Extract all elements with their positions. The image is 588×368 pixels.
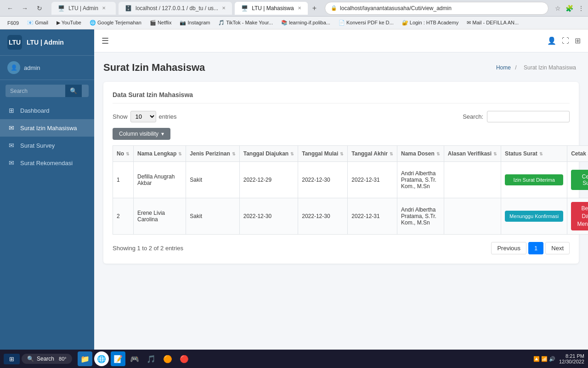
- tab3-label: LTU | Mahasiswa: [252, 5, 294, 12]
- taskbar-file-explorer[interactable]: 📁: [78, 351, 92, 366]
- forward-btn[interactable]: →: [18, 2, 31, 15]
- row1-cetak-btn[interactable]: Cetak Surat: [571, 170, 588, 190]
- bookmark-gmail[interactable]: 📧 Gmail: [23, 19, 52, 27]
- col-nama: Nama Lengkap⇅: [134, 146, 186, 162]
- tab2-close[interactable]: ✕: [222, 6, 226, 11]
- taskbar-app4[interactable]: 🎮: [127, 351, 142, 366]
- col-cetak: Cetak Surat⇅: [567, 146, 588, 162]
- url-bar[interactable]: 🔒 localhost/layanantatasusaha/Cuti/view_…: [325, 2, 548, 15]
- tab1-close[interactable]: ✕: [102, 6, 106, 11]
- taskbar-search[interactable]: 🔍 Search 80°: [22, 354, 72, 364]
- card-title: Data Surat Izin Mahasiswa: [113, 91, 570, 104]
- taskbar-app5[interactable]: 🎵: [144, 351, 158, 366]
- show-label: Show: [113, 113, 128, 120]
- bookmark-f609[interactable]: F609: [4, 19, 23, 27]
- bookmark-htb[interactable]: 🔐 Login : HTB Academy: [398, 19, 462, 27]
- browser-tab-3[interactable]: 🖥️ LTU | Mahasiswa ✕: [235, 2, 308, 15]
- pagination: Previous 1 Next: [491, 242, 570, 254]
- previous-btn[interactable]: Previous: [491, 242, 526, 254]
- taskbar-app7[interactable]: 🔴: [177, 351, 192, 366]
- search-control: Search:: [463, 111, 570, 122]
- show-entries: Show 10 25 50 100 entries: [113, 111, 177, 122]
- sidebar-item-surat-izin[interactable]: ✉ Surat Izin Mahasiswa: [0, 119, 94, 137]
- page-title: Surat Izin Mahasiswa: [103, 62, 205, 74]
- col-no: No⇅: [113, 146, 134, 162]
- data-table: No⇅ Nama Lengkap⇅ Jenis Perizinan⇅ Tangg…: [113, 145, 588, 235]
- search-button[interactable]: 🔍: [65, 85, 82, 97]
- back-btn[interactable]: ←: [4, 2, 17, 15]
- entries-select[interactable]: 10 25 50 100: [130, 111, 156, 122]
- date-display: 12/30/2022: [559, 359, 584, 364]
- sidebar-item-surat-rekomendasi[interactable]: ✉ Surat Rekomendasi: [0, 154, 94, 172]
- bookmark-pdf[interactable]: 📄 Konversi PDF ke D...: [335, 19, 397, 27]
- bookmarks-bar: F609 📧 Gmail ▶ YouTube 🌐 Google Terjemah…: [0, 17, 588, 29]
- taskbar-search-icon: 🔍: [27, 356, 34, 362]
- bookmark-learning[interactable]: 📚 learning-if.poliba...: [277, 19, 334, 27]
- browser-nav[interactable]: ← → ↻: [4, 2, 46, 15]
- row2-status-badge: Menunggu Konfirmasi: [505, 211, 563, 222]
- new-tab-btn[interactable]: +: [311, 4, 318, 12]
- row1-tanggal-mulai: 2022-12-30: [298, 162, 348, 198]
- col-status: Status Surat⇅: [501, 146, 567, 162]
- tab1-label: LTU | Admin: [68, 5, 98, 12]
- row2-tanggal-akhir: 2022-12-31: [348, 198, 397, 235]
- browser-tab-1[interactable]: 🖥️ LTU | Admin ✕: [51, 2, 116, 15]
- table-controls: Show 10 25 50 100 entries Search:: [113, 111, 570, 122]
- entries-label: entries: [159, 113, 177, 120]
- taskbar-chrome[interactable]: 🌐: [94, 351, 109, 366]
- col-tanggal-diajukan: Tanggal Diajukan⇅: [239, 146, 298, 162]
- extension-icon[interactable]: 🧩: [565, 5, 573, 12]
- page-1-btn[interactable]: 1: [528, 242, 543, 254]
- sidebar-item-surat-survey[interactable]: ✉ Surat Survey: [0, 137, 94, 154]
- tab2-favicon: 🗄️: [125, 5, 132, 12]
- bookmark-icon[interactable]: ☆: [555, 5, 561, 12]
- main-content: ☰ 👤 ⛶ ⊞ Surat Izin Mahasiswa Home / Sura…: [94, 29, 588, 350]
- user-icon[interactable]: 👤: [547, 36, 556, 45]
- user-name-label: admin: [24, 64, 40, 71]
- content-area: Surat Izin Mahasiswa Home / Surat Izin M…: [94, 52, 588, 350]
- taskbar-time: 8:21 PM 12/30/2022: [559, 353, 584, 364]
- col-vis-caret: ▾: [161, 131, 164, 137]
- taskbar-app6[interactable]: 🟠: [160, 351, 175, 366]
- reload-btn[interactable]: ↻: [33, 2, 46, 15]
- row2-cetak-btn[interactable]: Belum Dapat Mencetak: [571, 202, 588, 230]
- bookmark-netflix[interactable]: 🎬 Netflix: [146, 19, 175, 27]
- breadcrumb-home[interactable]: Home: [496, 64, 511, 71]
- table-search-input[interactable]: [487, 111, 570, 122]
- row1-alasan: [444, 162, 501, 198]
- browser-tab-2[interactable]: 🗄️ localhost / 127.0.0.1 / db_tu / us...…: [119, 2, 232, 15]
- bookmark-instagram[interactable]: 📷 Instagram: [176, 19, 214, 27]
- brand-title: LTU | Admin: [27, 39, 64, 46]
- row1-nama-dosen: Andri Albertha Pratama, S.Tr. Kom., M.Sn: [397, 162, 444, 198]
- surat-survey-icon: ✉: [7, 142, 16, 149]
- row1-no: 1: [113, 162, 134, 198]
- bookmark-tiktok[interactable]: 🎵 TikTok - Make Your...: [215, 19, 277, 27]
- col-tanggal-mulai: Tanggal Mulai⇅: [298, 146, 348, 162]
- bookmark-youtube[interactable]: ▶ YouTube: [53, 19, 85, 27]
- col-visibility-btn[interactable]: Column visibility ▾: [113, 128, 170, 140]
- sidebar: LTU LTU | Admin 👤 admin 🔍 ⊞ Dashboard ✉ …: [0, 29, 94, 350]
- start-button[interactable]: ⊞: [4, 354, 20, 364]
- col-tanggal-akhir: Tanggal Akhir⇅: [348, 146, 397, 162]
- breadcrumb: Home / Surat Izin Mahasiswa: [496, 64, 579, 71]
- search-label: Search:: [463, 113, 483, 120]
- next-btn[interactable]: Next: [545, 242, 570, 254]
- sidebar-item-dashboard[interactable]: ⊞ Dashboard: [0, 102, 94, 119]
- browser-chrome: ← → ↻ 🖥️ LTU | Admin ✕ 🗄️ localhost / 12…: [0, 0, 588, 17]
- menu-dots-icon[interactable]: ⋮: [578, 5, 584, 12]
- avatar: 👤: [7, 61, 20, 74]
- app-container: LTU LTU | Admin 👤 admin 🔍 ⊞ Dashboard ✉ …: [0, 29, 588, 350]
- hamburger-btn[interactable]: ☰: [102, 36, 109, 46]
- row1-status-badge: Izin Surat Diterima: [505, 174, 563, 185]
- url-text: localhost/layanantatasusaha/Cuti/view_ad…: [340, 5, 452, 12]
- expand-icon[interactable]: ⛶: [562, 37, 569, 45]
- taskbar-right: 🔼 📶 🔊 8:21 PM 12/30/2022: [533, 353, 584, 364]
- bookmark-translate[interactable]: 🌐 Google Terjemahan: [86, 19, 145, 27]
- topbar: ☰ 👤 ⛶ ⊞: [94, 29, 588, 52]
- tab3-close[interactable]: ✕: [298, 6, 301, 11]
- row1-nama: Defilla Anugrah Akbar: [134, 162, 186, 198]
- taskbar-vscode[interactable]: 📝: [111, 351, 125, 366]
- bookmark-mail[interactable]: ✉ Mail - DEFILLA AN...: [463, 19, 522, 27]
- search-input[interactable]: [6, 85, 65, 97]
- grid-icon[interactable]: ⊞: [575, 36, 581, 45]
